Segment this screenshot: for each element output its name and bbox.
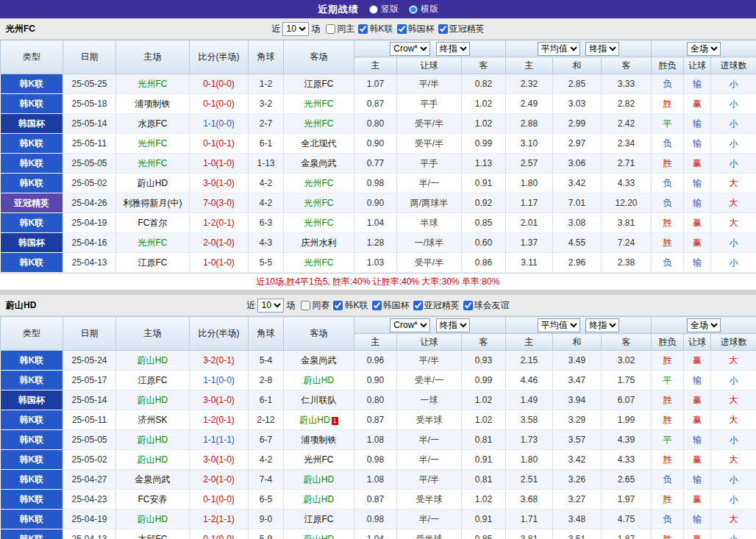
score[interactable]: 1-2(0-1): [190, 410, 249, 430]
score[interactable]: 7-0(3-0): [190, 193, 249, 213]
home-team[interactable]: 光州FC: [116, 154, 190, 174]
away-team[interactable]: 江原FC: [284, 510, 354, 529]
corner-score: 4-2: [249, 450, 284, 470]
away-team[interactable]: 光州FC: [284, 174, 354, 193]
away-team[interactable]: 蔚山HD: [284, 490, 354, 510]
home-team[interactable]: FC首尔: [116, 213, 190, 233]
filter-checkbox[interactable]: [326, 24, 335, 34]
home-team[interactable]: 水原FC: [116, 114, 190, 134]
bookmaker-select[interactable]: Crow*: [390, 318, 430, 332]
away-team[interactable]: 浦项制铁: [284, 430, 354, 450]
home-team[interactable]: 蔚山HD: [116, 510, 190, 529]
score[interactable]: 0-1(0-0): [190, 490, 249, 510]
final-average-select[interactable]: 终指: [585, 42, 619, 56]
score[interactable]: 2-0(1-0): [190, 233, 249, 253]
final-odds-select[interactable]: 终指: [436, 318, 470, 332]
horizontal-layout-radio[interactable]: [409, 5, 418, 14]
score[interactable]: 3-0(1-0): [190, 390, 249, 410]
away-team[interactable]: 光州FC: [284, 193, 354, 213]
layout-horizontal-option[interactable]: 横版: [409, 3, 438, 15]
home-team[interactable]: 江原FC: [116, 253, 190, 273]
home-team[interactable]: 金泉尚武: [116, 470, 190, 490]
home-team[interactable]: 蔚山HD: [116, 351, 190, 371]
away-team[interactable]: 光州FC: [284, 114, 354, 134]
home-team[interactable]: 浦项制铁: [116, 94, 190, 114]
score[interactable]: 1-1(0-0): [190, 371, 249, 390]
away-team[interactable]: 光州FC: [284, 253, 354, 273]
home-team[interactable]: 蔚山HD: [116, 174, 190, 193]
away-team[interactable]: 江原FC: [284, 74, 354, 94]
score[interactable]: 1-0(1-0): [190, 154, 249, 174]
average-select[interactable]: 平均值: [538, 42, 580, 56]
score[interactable]: 1-1(0-0): [190, 114, 249, 134]
away-team[interactable]: 金泉尚武: [284, 351, 354, 371]
match-row: 韩K联25-05-17江原FC1-1(0-0)2-8蔚山HD0.90受半/一0.…: [1, 371, 756, 390]
filter-option[interactable]: 亚冠精英: [435, 23, 485, 35]
score[interactable]: 0-1(0-1): [190, 134, 249, 154]
avg-away-odds: 12.20: [602, 193, 652, 213]
home-team[interactable]: 江原FC: [116, 371, 190, 390]
home-team[interactable]: 光州FC: [116, 134, 190, 154]
filter-checkbox[interactable]: [438, 24, 448, 34]
filter-option[interactable]: 韩K联: [329, 299, 368, 312]
home-team[interactable]: FC安养: [116, 490, 190, 510]
handicap-line: 平手: [397, 154, 462, 174]
filter-option[interactable]: 同主: [322, 23, 354, 35]
home-team[interactable]: 光州FC: [116, 233, 190, 253]
home-team[interactable]: 大邱FC: [116, 529, 190, 539]
away-team[interactable]: 全北现代: [284, 134, 354, 154]
away-team[interactable]: 光州FC: [284, 213, 354, 233]
home-team[interactable]: 蔚山HD: [116, 450, 190, 470]
full-match-select[interactable]: 全场: [687, 42, 721, 56]
home-team[interactable]: 利雅得新月(中): [116, 193, 190, 213]
score[interactable]: 0-1(0-0): [190, 529, 249, 539]
vertical-layout-radio[interactable]: [369, 5, 378, 14]
filter-option[interactable]: 韩K联: [354, 23, 393, 35]
home-team[interactable]: 济州SK: [116, 410, 190, 430]
away-team[interactable]: 光州FC: [284, 450, 354, 470]
score[interactable]: 2-0(1-0): [190, 470, 249, 490]
score[interactable]: 3-0(1-0): [190, 450, 249, 470]
filter-checkbox[interactable]: [301, 301, 310, 310]
filter-checkbox[interactable]: [372, 301, 382, 310]
away-team[interactable]: 金泉尚武: [284, 154, 354, 174]
filter-option[interactable]: 韩国杯: [393, 23, 435, 35]
filter-checkbox[interactable]: [358, 24, 368, 34]
score[interactable]: 3-0(1-0): [190, 174, 249, 193]
average-select[interactable]: 平均值: [538, 318, 580, 332]
score[interactable]: 1-0(1-0): [190, 253, 249, 273]
filter-checkbox[interactable]: [413, 301, 423, 310]
filter-checkbox[interactable]: [463, 301, 473, 310]
score[interactable]: 3-2(0-1): [190, 351, 249, 371]
recent-count-select[interactable]: 10: [257, 299, 284, 313]
final-average-select[interactable]: 终指: [585, 318, 619, 332]
away-team[interactable]: 庆州水利: [284, 233, 354, 253]
score[interactable]: 0-1(0-0): [190, 94, 249, 114]
away-team[interactable]: 光州FC: [284, 94, 354, 114]
competition-type: 韩K联: [1, 470, 63, 490]
score[interactable]: 1-2(1-1): [190, 510, 249, 529]
filter-checkbox[interactable]: [333, 301, 343, 310]
filter-checkbox[interactable]: [397, 24, 407, 34]
full-match-select[interactable]: 全场: [687, 318, 721, 332]
score[interactable]: 0-1(0-0): [190, 74, 249, 94]
filter-option[interactable]: 球会友谊: [460, 299, 510, 312]
away-team[interactable]: 蔚山HD: [284, 470, 354, 490]
away-team[interactable]: 仁川联队: [284, 390, 354, 410]
score[interactable]: 1-2(0-1): [190, 213, 249, 233]
home-team[interactable]: 蔚山HD: [116, 430, 190, 450]
home-team[interactable]: 光州FC: [116, 74, 190, 94]
layout-vertical-option[interactable]: 竖版: [369, 3, 399, 15]
away-team[interactable]: 蔚山HD1: [284, 410, 354, 430]
final-odds-select[interactable]: 终指: [436, 42, 470, 56]
bookmaker-select[interactable]: Crow*: [390, 42, 430, 56]
score[interactable]: 1-1(1-1): [190, 430, 249, 450]
away-team[interactable]: 蔚山HD: [284, 371, 354, 390]
filter-option[interactable]: 亚冠精英: [410, 299, 460, 312]
filter-option[interactable]: 韩国杯: [368, 299, 410, 312]
home-team[interactable]: 蔚山HD: [116, 390, 190, 410]
filter-option[interactable]: 同赛: [297, 299, 329, 312]
away-team[interactable]: 蔚山HD: [284, 529, 354, 539]
avg-away-odds: 2.42: [602, 114, 652, 134]
recent-count-select[interactable]: 10: [282, 22, 309, 36]
